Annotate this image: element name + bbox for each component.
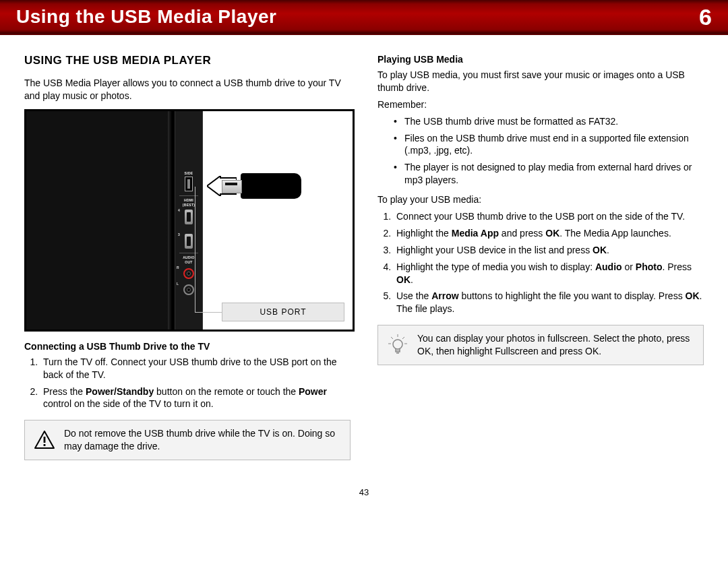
hdmi-label-1: HDMI <box>184 199 193 202</box>
audio-label-1: AUDIO <box>183 256 195 259</box>
remember-label: Remember: <box>377 98 704 111</box>
right-column: Playing USB Media To play USB media, you… <box>377 54 704 460</box>
section-heading: USING THE USB MEDIA PLAYER <box>24 54 351 67</box>
usb-port-callout-label: USB PORT <box>222 303 344 321</box>
svg-rect-1 <box>44 444 46 446</box>
tip-callout: You can display your photos in fullscree… <box>377 325 704 365</box>
svg-line-4 <box>402 337 404 339</box>
list-item: Highlight the type of media you wish to … <box>394 261 704 286</box>
list-item: The USB thumb drive must be formatted as… <box>394 115 704 128</box>
lightbulb-icon <box>388 334 408 356</box>
playing-subheading: Playing USB Media <box>377 54 704 65</box>
list-item: Files on the USB thumb drive must end in… <box>394 132 704 158</box>
left-column: USING THE USB MEDIA PLAYER The USB Media… <box>24 54 351 460</box>
play-steps: Connect your USB thumb drive to the USB … <box>377 210 704 315</box>
to-play-label: To play your USB media: <box>377 193 704 206</box>
tip-text: You can display your photos in fullscree… <box>417 332 694 358</box>
list-item: Highlight your USB device in the list an… <box>394 244 704 257</box>
port-number-3: 3 <box>178 232 180 237</box>
connecting-subheading: Connecting a USB Thumb Drive to the TV <box>24 341 351 352</box>
playing-intro: To play USB media, you must first save y… <box>377 69 704 94</box>
rca-white-icon <box>183 284 194 295</box>
side-label: SIDE <box>185 172 193 175</box>
banner-chapter-number: 6 <box>699 4 712 30</box>
intro-text: The USB Media Player allows you to conne… <box>24 77 351 102</box>
list-item: Press the Power/Standby button on the re… <box>40 385 351 411</box>
connecting-steps: Turn the TV off. Connect your USB thumb … <box>24 356 351 411</box>
page-number: 43 <box>0 487 728 504</box>
svg-point-7 <box>393 340 402 349</box>
list-item: Turn the TV off. Connect your USB thumb … <box>40 356 351 381</box>
svg-line-3 <box>391 337 393 339</box>
list-item: Connect your USB thumb drive to the USB … <box>394 210 704 223</box>
warning-text: Do not remove the USB thumb drive while … <box>64 427 340 453</box>
usb-thumb-drive-icon <box>241 173 301 199</box>
rca-r-label: R <box>177 266 179 270</box>
rca-l-label: L <box>177 282 179 286</box>
list-item: Highlight the Media App and press OK. Th… <box>394 227 704 240</box>
audio-label-2: OUT <box>185 261 192 264</box>
hdmi-port-3-icon <box>185 234 193 249</box>
svg-rect-0 <box>44 437 46 443</box>
rca-red-icon <box>183 268 194 279</box>
port-number-4: 4 <box>178 208 180 212</box>
chapter-banner: Using the USB Media Player 6 <box>0 0 728 35</box>
hdmi-port-4-icon <box>185 210 193 224</box>
warning-callout: Do not remove the USB thumb drive while … <box>24 420 351 460</box>
list-item: The player is not designed to play media… <box>394 161 704 187</box>
remember-list: The USB thumb drive must be formatted as… <box>377 115 704 187</box>
tv-side-panel-figure: SIDE HDMI (BEST) 4 3 AUDIO <box>24 109 355 332</box>
warning-icon <box>34 431 55 449</box>
list-item: Use the Arrow buttons to highlight the f… <box>394 290 704 315</box>
usb-port-icon <box>185 177 193 191</box>
hdmi-label-2: (BEST) <box>183 204 195 207</box>
banner-title: Using the USB Media Player <box>16 6 276 28</box>
